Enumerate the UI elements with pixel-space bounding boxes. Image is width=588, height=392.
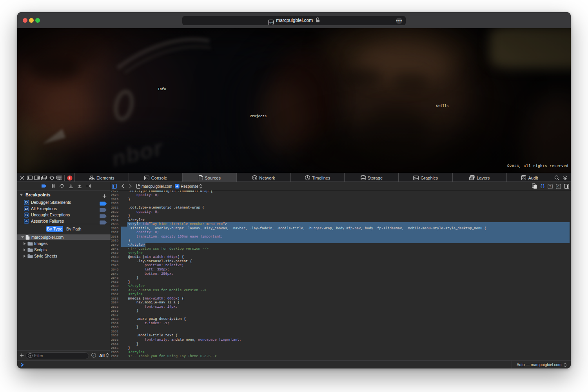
svg-text:T: T bbox=[549, 185, 551, 188]
svg-text:C: C bbox=[557, 185, 560, 188]
svg-text:Ex: Ex bbox=[25, 213, 29, 217]
svg-text:D: D bbox=[25, 200, 28, 204]
svg-text:i: i bbox=[93, 354, 94, 357]
svg-text:A: A bbox=[25, 219, 28, 223]
svg-text:Ex: Ex bbox=[25, 207, 29, 211]
